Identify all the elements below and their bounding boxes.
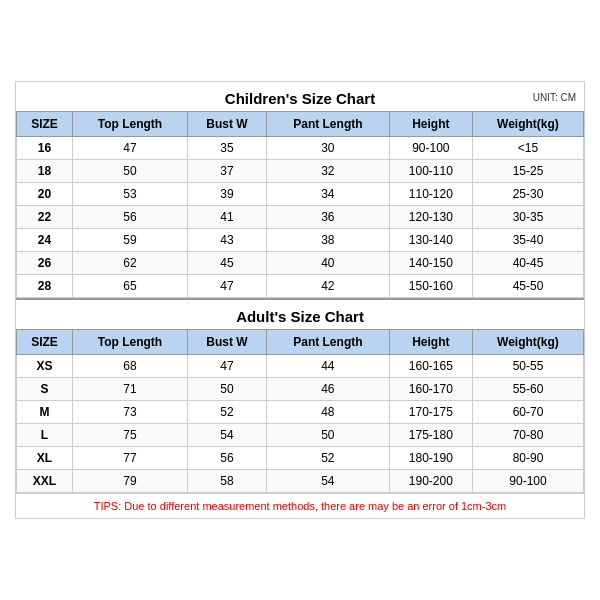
size-chart-container: Children's Size Chart UNIT: CM SIZE Top … — [15, 81, 585, 519]
table-cell: 68 — [72, 355, 187, 378]
table-cell: 190-200 — [389, 470, 472, 493]
table-cell: 160-165 — [389, 355, 472, 378]
table-row: 26624540140-15040-45 — [17, 252, 584, 275]
table-row: 24594338130-14035-40 — [17, 229, 584, 252]
table-cell: 20 — [17, 183, 73, 206]
table-row: 1647353090-100<15 — [17, 137, 584, 160]
table-cell: 40 — [266, 252, 389, 275]
table-cell: 39 — [188, 183, 267, 206]
children-col-pant-length: Pant Length — [266, 112, 389, 137]
table-cell: L — [17, 424, 73, 447]
table-row: M735248170-17560-70 — [17, 401, 584, 424]
adult-col-bust-w: Bust W — [188, 330, 267, 355]
table-cell: 53 — [72, 183, 187, 206]
table-cell: 58 — [188, 470, 267, 493]
table-cell: 90-100 — [472, 470, 583, 493]
table-cell: 32 — [266, 160, 389, 183]
table-cell: 90-100 — [389, 137, 472, 160]
table-cell: 30 — [266, 137, 389, 160]
children-table: SIZE Top Length Bust W Pant Length Heigh… — [16, 111, 584, 298]
table-cell: 110-120 — [389, 183, 472, 206]
table-cell: 28 — [17, 275, 73, 298]
adult-col-size: SIZE — [17, 330, 73, 355]
table-cell: 42 — [266, 275, 389, 298]
table-cell: 60-70 — [472, 401, 583, 424]
table-cell: 30-35 — [472, 206, 583, 229]
table-row: 22564136120-13030-35 — [17, 206, 584, 229]
table-row: XS684744160-16550-55 — [17, 355, 584, 378]
table-cell: 50 — [188, 378, 267, 401]
children-col-height: Height — [389, 112, 472, 137]
table-cell: 48 — [266, 401, 389, 424]
table-row: XL775652180-19080-90 — [17, 447, 584, 470]
table-cell: 73 — [72, 401, 187, 424]
table-cell: 62 — [72, 252, 187, 275]
table-cell: 79 — [72, 470, 187, 493]
table-row: XXL795854190-20090-100 — [17, 470, 584, 493]
table-cell: 59 — [72, 229, 187, 252]
table-cell: 130-140 — [389, 229, 472, 252]
table-cell: 37 — [188, 160, 267, 183]
table-cell: 100-110 — [389, 160, 472, 183]
table-cell: 180-190 — [389, 447, 472, 470]
table-cell: 170-175 — [389, 401, 472, 424]
table-cell: 40-45 — [472, 252, 583, 275]
table-cell: 22 — [17, 206, 73, 229]
table-cell: 16 — [17, 137, 73, 160]
table-cell: 160-170 — [389, 378, 472, 401]
tips-text: TIPS: Due to different measurement metho… — [16, 493, 584, 518]
children-col-weight: Weight(kg) — [472, 112, 583, 137]
adult-col-top-length: Top Length — [72, 330, 187, 355]
unit-label: UNIT: CM — [533, 91, 576, 102]
table-cell: 46 — [266, 378, 389, 401]
table-row: 20533934110-12025-30 — [17, 183, 584, 206]
table-cell: 77 — [72, 447, 187, 470]
table-cell: 35-40 — [472, 229, 583, 252]
adult-col-height: Height — [389, 330, 472, 355]
table-cell: 36 — [266, 206, 389, 229]
table-cell: 35 — [188, 137, 267, 160]
table-cell: 26 — [17, 252, 73, 275]
table-cell: 52 — [188, 401, 267, 424]
table-cell: XS — [17, 355, 73, 378]
table-cell: 80-90 — [472, 447, 583, 470]
table-cell: 47 — [72, 137, 187, 160]
table-cell: 18 — [17, 160, 73, 183]
table-row: L755450175-18070-80 — [17, 424, 584, 447]
adult-table-body: XS684744160-16550-55S715046160-17055-60M… — [17, 355, 584, 493]
table-cell: 175-180 — [389, 424, 472, 447]
adult-col-pant-length: Pant Length — [266, 330, 389, 355]
adult-title-text: Adult's Size Chart — [236, 308, 364, 325]
children-col-size: SIZE — [17, 112, 73, 137]
children-section-title: Children's Size Chart UNIT: CM — [16, 82, 584, 111]
table-cell: 47 — [188, 275, 267, 298]
table-cell: 65 — [72, 275, 187, 298]
table-cell: 24 — [17, 229, 73, 252]
table-cell: XL — [17, 447, 73, 470]
adult-table: SIZE Top Length Bust W Pant Length Heigh… — [16, 329, 584, 493]
table-cell: 54 — [188, 424, 267, 447]
table-cell: 45 — [188, 252, 267, 275]
table-row: 18503732100-11015-25 — [17, 160, 584, 183]
table-cell: 52 — [266, 447, 389, 470]
table-cell: 25-30 — [472, 183, 583, 206]
table-row: S715046160-17055-60 — [17, 378, 584, 401]
table-cell: 41 — [188, 206, 267, 229]
children-col-top-length: Top Length — [72, 112, 187, 137]
table-cell: 54 — [266, 470, 389, 493]
table-cell: 38 — [266, 229, 389, 252]
table-cell: 120-130 — [389, 206, 472, 229]
children-header-row: SIZE Top Length Bust W Pant Length Heigh… — [17, 112, 584, 137]
table-cell: 15-25 — [472, 160, 583, 183]
table-cell: 56 — [188, 447, 267, 470]
children-title-text: Children's Size Chart — [225, 90, 375, 107]
table-cell: 34 — [266, 183, 389, 206]
table-cell: 45-50 — [472, 275, 583, 298]
adult-header-row: SIZE Top Length Bust W Pant Length Heigh… — [17, 330, 584, 355]
table-cell: 150-160 — [389, 275, 472, 298]
table-cell: S — [17, 378, 73, 401]
table-cell: 140-150 — [389, 252, 472, 275]
table-row: 28654742150-16045-50 — [17, 275, 584, 298]
table-cell: 50 — [72, 160, 187, 183]
table-cell: 71 — [72, 378, 187, 401]
